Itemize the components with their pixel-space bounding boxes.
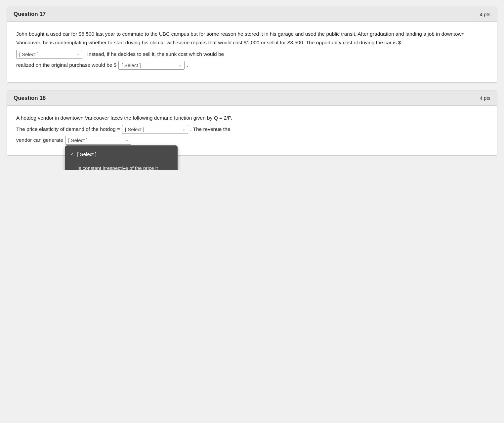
question-17-header: Question 17 4 pts [7,7,497,22]
question-17-select1[interactable]: [ Select ] [16,50,82,59]
question-18-body: A hotdog vendor in downtown Vancouver fa… [7,106,497,155]
question-18-select2-wrapper[interactable]: [ Select ] ⌄ [ Select ]is constant irres… [65,136,131,145]
question-17-text-4: . [187,61,188,69]
question-18-text-2: The price elasticity of demand of the ho… [16,125,120,134]
question-18-text-3: . The revenue the [190,125,230,134]
question-18-select1-line: The price elasticity of demand of the ho… [16,125,488,134]
question-17-text-2: . Instead, if he decides to sell it, the… [84,50,224,58]
question-18-select2[interactable]: [ Select ] [65,136,131,145]
question-17-text-block: John bought a used car for $6,500 last y… [16,30,488,47]
question-17-body: John bought a used car for $6,500 last y… [7,22,497,82]
question-17-select2-line: realized on the original purchase would … [16,61,488,70]
question-18-text-block-1: A hotdog vendor in downtown Vancouver fa… [16,114,488,122]
question-18-title: Question 18 [14,95,46,101]
question-18-vendor-line: vendor can generate [ Select ] ⌄ [ Selec… [16,136,488,145]
question-17-text-3: realized on the original purchase would … [16,61,116,69]
question-17-select1-wrapper[interactable]: [ Select ] ⌄ [16,50,82,59]
question-18-pts: 4 pts [480,95,490,101]
question-18-text-1: A hotdog vendor in downtown Vancouver fa… [16,115,232,121]
question-18-dropdown: [ Select ]is constant irrespective of th… [65,145,178,170]
question-18-header: Question 18 4 pts [7,91,497,106]
question-17-select2[interactable]: [ Select ] [118,61,185,70]
question-18-select1[interactable]: [ Select ] [122,125,188,134]
dropdown-item[interactable]: is constant irrespective of the price it… [65,161,178,171]
question-17-select1-line: [ Select ] ⌄ . Instead, if he decides to… [16,50,488,59]
question-17-card: Question 17 4 pts John bought a used car… [7,7,497,83]
question-18-text-4: vendor can generate [16,136,63,144]
question-17-select2-wrapper[interactable]: [ Select ] ⌄ [118,61,185,70]
question-17-pts: 4 pts [480,12,490,17]
question-17-title: Question 17 [14,11,46,18]
dropdown-item[interactable]: [ Select ] [65,147,178,161]
question-17-text-1: John bought a used car for $6,500 last y… [16,31,464,45]
question-18-select1-wrapper[interactable]: [ Select ] ⌄ [122,125,188,134]
question-18-card: Question 18 4 pts A hotdog vendor in dow… [7,91,497,156]
